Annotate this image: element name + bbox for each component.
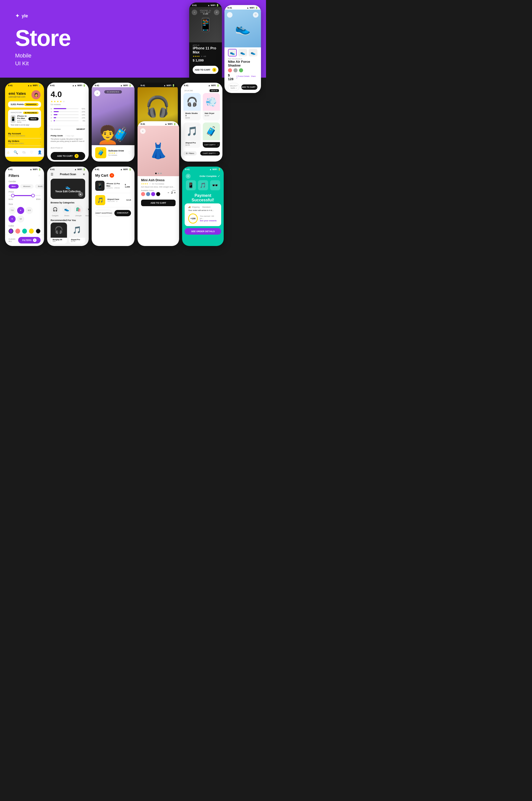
- thumbnail-1[interactable]: 👟: [228, 49, 237, 56]
- add-to-cart-button[interactable]: ADD TO CART: [141, 200, 175, 206]
- size-8-5[interactable]: 8.5: [26, 207, 33, 214]
- filter-button[interactable]: ⊟ Filters: [183, 151, 197, 155]
- range-thumb-left[interactable]: [11, 194, 15, 197]
- back-button[interactable]: ‹: [227, 12, 232, 18]
- points-label: 3,021 Points: [11, 103, 24, 106]
- status-bar: 9:41 ▲WiFi🔋: [225, 5, 261, 10]
- scan-close-icon[interactable]: ✕: [83, 173, 85, 176]
- phones-row-2: 9:41 ▲WiFi🔋 Filters ✕ Gender Men Women B…: [0, 167, 266, 251]
- product-details-link[interactable]: + Product Details Share ↗: [236, 75, 258, 79]
- clean-all-button[interactable]: CLEAN ALL: [8, 238, 18, 242]
- color-yellow[interactable]: [29, 229, 34, 234]
- size-8[interactable]: 8: [17, 207, 24, 214]
- gender-men-chip[interactable]: Men: [8, 184, 19, 188]
- home-icon[interactable]: ⌂: [7, 150, 9, 154]
- play-button[interactable]: ▶: [78, 192, 83, 197]
- product-info-2: Hair Dryer $120: [203, 111, 220, 118]
- yeeze-banner: 👟 Yeeze Edit Collection ▶: [51, 179, 85, 199]
- checkout-button[interactable]: CHECKOUT: [114, 210, 131, 216]
- swatch-purple[interactable]: [151, 192, 155, 196]
- track-button[interactable]: TRACK: [28, 117, 39, 120]
- fav-icon[interactable]: ♡: [197, 94, 199, 97]
- fav-button[interactable]: ♡: [253, 12, 259, 18]
- new-in-badge: NEW IN: [210, 89, 219, 92]
- order-complete-badge: Order Complete ✓: [200, 174, 220, 178]
- color-swatch-pink[interactable]: [228, 68, 232, 72]
- apple-label: APPLE: [193, 44, 218, 46]
- thumbnail-2[interactable]: 👟: [238, 49, 247, 56]
- swatch-pink[interactable]: [141, 192, 145, 196]
- heart-icon[interactable]: ♡: [30, 150, 33, 154]
- rec-card-1[interactable]: 🎧 Beoglay E8 $35: [51, 223, 67, 244]
- points-row: 3,021 Points REWARDS: [8, 101, 41, 108]
- cart-empty-button[interactable]: CART EMPTY ›: [200, 151, 220, 155]
- swatch-black[interactable]: [156, 192, 160, 196]
- search-icon[interactable]: 🔍: [14, 150, 18, 154]
- fav-icon[interactable]: ♡: [216, 94, 218, 97]
- size-10[interactable]: 10: [17, 216, 24, 223]
- points-sub: You earned +40 po...: [200, 215, 217, 220]
- product-card-1[interactable]: 🎧 ♡ Beats Studio 3 $349: [183, 93, 201, 120]
- bag-icon[interactable]: 🛍: [22, 150, 26, 154]
- colors-label: Available Colors: [141, 189, 160, 191]
- category-shoes[interactable]: 👟 Shoes: [62, 205, 71, 217]
- grid-bottom: ⊟ Filters CART EMPTY ›: [181, 150, 223, 158]
- back-button[interactable]: ‹: [94, 90, 100, 96]
- category-accessories[interactable]: 🕶️ Accessories: [86, 205, 89, 217]
- close-icon[interactable]: ✕: [38, 174, 41, 178]
- product-image-1: 🎧 ♡: [183, 93, 201, 111]
- menu-item-orders[interactable]: My Orders Manage your orders ›: [8, 138, 41, 146]
- payment-products: 📱 🎵 🕶️: [182, 180, 224, 192]
- gender-both-chip[interactable]: Both: [35, 184, 44, 188]
- product-card-3[interactable]: 🎵 ♡ Airpod Pro $249: [183, 123, 201, 148]
- share-button[interactable]: ↗: [214, 10, 220, 15]
- star-4: ★: [60, 100, 62, 103]
- category-gadgets[interactable]: 🎧 Gadgets: [51, 205, 60, 217]
- see-rewards-link[interactable]: See your rewards: [200, 220, 217, 222]
- luggage-thumbnail: 🧳: [95, 147, 106, 158]
- item-name: Suitcase Arow: [108, 149, 124, 152]
- color-purple[interactable]: [8, 229, 13, 234]
- close-button[interactable]: ✕: [186, 174, 191, 179]
- color-swatch-green[interactable]: [239, 68, 243, 72]
- add-to-cart-button[interactable]: ADD TO CART ›: [241, 85, 258, 90]
- size-9[interactable]: 9: [8, 216, 16, 223]
- gender-women-chip[interactable]: Women: [20, 184, 34, 188]
- color-swatch-gray[interactable]: [233, 68, 238, 72]
- user-icon[interactable]: 👤: [38, 150, 42, 154]
- iphone-name: iPhone 11 Pro Max: [193, 46, 218, 54]
- product-grid: 🎧 ♡ Beats Studio 3 $349 💨 ♡ Hair Dryer: [181, 93, 223, 150]
- size-7-5[interactable]: 7.5: [8, 207, 16, 214]
- category-lifestyle[interactable]: 🛍️ Lifestyle: [74, 205, 83, 217]
- fav-icon[interactable]: ♡: [197, 124, 199, 127]
- price-label: Price: [8, 190, 41, 193]
- size-select-button[interactable]: SELECT SIZE ○: [228, 83, 239, 91]
- price-range-track[interactable]: [8, 195, 41, 196]
- menu-item-account[interactable]: My Account Edit your informations ›: [8, 131, 41, 138]
- product-card-2[interactable]: 💨 ♡ Hair Dryer $120: [203, 93, 220, 120]
- see-details-button[interactable]: SEE ORDER DETAILS: [185, 228, 221, 235]
- status-bar: 9:41 ▲ WiFi 🔋: [189, 2, 222, 7]
- filters-header: Filters ✕: [5, 171, 44, 179]
- keep-shopping-button[interactable]: KEEP SHOPPING: [95, 210, 112, 216]
- scan-header: ☰ Product Scan ✕: [47, 171, 89, 178]
- add-to-cart-button[interactable]: ADD TO CART 0: [51, 152, 85, 160]
- swatch-blue[interactable]: [146, 192, 150, 196]
- thumbnail-3[interactable]: 👟: [249, 49, 258, 56]
- product-card-4[interactable]: 🧳 Suitcase $189 CART EMPTY ›: [203, 123, 220, 148]
- filter-count-badge: 3: [33, 239, 37, 242]
- product-count: 24 of 240: [184, 90, 193, 92]
- color-black[interactable]: [36, 229, 41, 234]
- iphone-details: APPLE iPhone 11 Pro Max ★★★★★ 4.0 $ 1,09…: [189, 42, 222, 64]
- add-to-cart-button[interactable]: ADD TO CART 0: [193, 66, 218, 74]
- back-button[interactable]: ‹: [192, 10, 197, 15]
- status-bar: 9:41 ▲WiFi🔋: [137, 121, 179, 126]
- color-green[interactable]: [22, 229, 27, 234]
- menu-icon[interactable]: ☰: [51, 173, 53, 176]
- rec-card-2[interactable]: 🎵 Airpod Pro $1.45: [69, 223, 86, 244]
- apply-filters-button[interactable]: FILTERS 3: [18, 237, 41, 243]
- color-pink[interactable]: [15, 229, 20, 234]
- back-button[interactable]: ‹: [140, 128, 146, 134]
- range-thumb-right[interactable]: [31, 194, 35, 197]
- fav-icon[interactable]: ♡: [128, 151, 131, 155]
